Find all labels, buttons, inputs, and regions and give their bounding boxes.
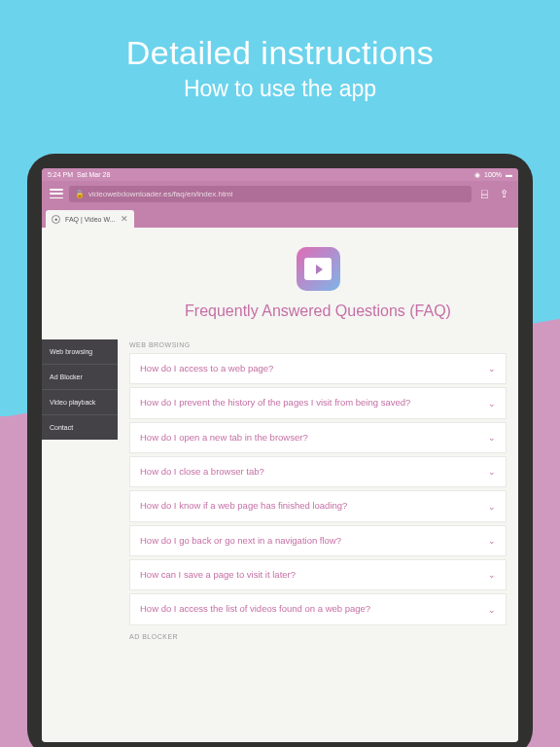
faq-question: How can I save a page to visit it later? [140, 569, 303, 581]
section-heading-ad-blocker: AD BLOCKER [129, 633, 507, 640]
status-date: Sat Mar 28 [77, 171, 110, 178]
sidebar-item-video-playback[interactable]: Video playback [42, 390, 118, 415]
chevron-down-icon: ⌄ [488, 399, 496, 409]
faq-item[interactable]: How do I open a new tab in the browser? … [129, 422, 507, 453]
faq-question: How do I close a browser tab? [140, 466, 272, 478]
faq-question: How do I access to a web page? [140, 363, 281, 374]
sidebar-item-web-browsing[interactable]: Web browsing [42, 339, 118, 365]
sidebar: Web browsing Ad Blocker Video playback C… [42, 228, 118, 742]
lock-icon: 🔒 [75, 190, 85, 198]
faq-question: How do I know if a web page has finished… [140, 500, 355, 512]
status-time: 5:24 PM [48, 171, 73, 178]
chevron-down-icon: ⌄ [488, 605, 496, 615]
faq-question: How do I go back or go next in a navigat… [140, 535, 349, 547]
sidebar-item-ad-blocker[interactable]: Ad Blocker [42, 365, 118, 390]
menu-icon[interactable] [50, 189, 63, 198]
page-title: Frequently Answered Questions (FAQ) [129, 302, 507, 320]
faq-question: How do I open a new tab in the browser? [140, 432, 316, 444]
chevron-down-icon: ⌄ [488, 467, 496, 477]
screen: 5:24 PM Sat Mar 28 ◉ 100% ▬ 🔒 videowebdo… [42, 168, 518, 742]
promo-subtitle: How to use the app [0, 76, 560, 102]
chevron-down-icon: ⌄ [488, 570, 496, 580]
close-icon[interactable]: ✕ [121, 214, 128, 224]
url-bar[interactable]: 🔒 videowebdownloader.es/faq/en/index.htm… [69, 186, 472, 202]
faq-item[interactable]: How do I go back or go next in a navigat… [129, 525, 507, 556]
url-text: videowebdownloader.es/faq/en/index.html [88, 190, 233, 198]
faq-item[interactable]: How do I prevent the history of the page… [129, 387, 507, 418]
faq-item[interactable]: How do I know if a web page has finished… [129, 490, 507, 521]
battery-icon: ▬ [506, 171, 512, 178]
browser-toolbar: 🔒 videowebdownloader.es/faq/en/index.htm… [42, 181, 518, 206]
promo-header: Detailed instructions How to use the app [0, 34, 560, 102]
tab-label: FAQ | Video W... [65, 216, 116, 223]
chevron-down-icon: ⌄ [488, 433, 496, 443]
battery-text: 100% [484, 171, 502, 178]
browser-tab[interactable]: ● FAQ | Video W... ✕ [46, 210, 134, 228]
tab-bar: ● FAQ | Video W... ✕ [42, 206, 518, 228]
faq-item[interactable]: How do I access to a web page? ⌄ [129, 353, 507, 384]
chevron-down-icon: ⌄ [488, 536, 496, 546]
tab-favicon: ● [52, 215, 60, 224]
faq-item[interactable]: How can I save a page to visit it later?… [129, 559, 507, 590]
main-content: Frequently Answered Questions (FAQ) WEB … [118, 228, 518, 742]
share-icon[interactable]: ⇪ [497, 187, 510, 200]
page-content: Web browsing Ad Blocker Video playback C… [42, 228, 518, 742]
faq-question: How do I prevent the history of the page… [140, 397, 418, 409]
app-logo [297, 247, 340, 291]
sidebar-item-contact[interactable]: Contact [42, 415, 118, 440]
section-heading-web-browsing: WEB BROWSING [129, 341, 507, 348]
chevron-down-icon: ⌄ [488, 502, 496, 512]
faq-question: How do I access the list of videos found… [140, 603, 378, 615]
chevron-down-icon: ⌄ [488, 364, 496, 374]
play-icon [316, 265, 323, 274]
tablet-frame: 5:24 PM Sat Mar 28 ◉ 100% ▬ 🔒 videowebdo… [27, 154, 533, 747]
faq-item[interactable]: How do I access the list of videos found… [129, 593, 507, 624]
promo-title: Detailed instructions [0, 34, 560, 72]
cast-icon[interactable]: ⌸ [477, 187, 491, 200]
faq-item[interactable]: How do I close a browser tab? ⌄ [129, 456, 507, 487]
wifi-icon: ◉ [474, 171, 480, 179]
sidebar-nav: Web browsing Ad Blocker Video playback C… [42, 339, 118, 440]
status-bar: 5:24 PM Sat Mar 28 ◉ 100% ▬ [42, 168, 518, 181]
